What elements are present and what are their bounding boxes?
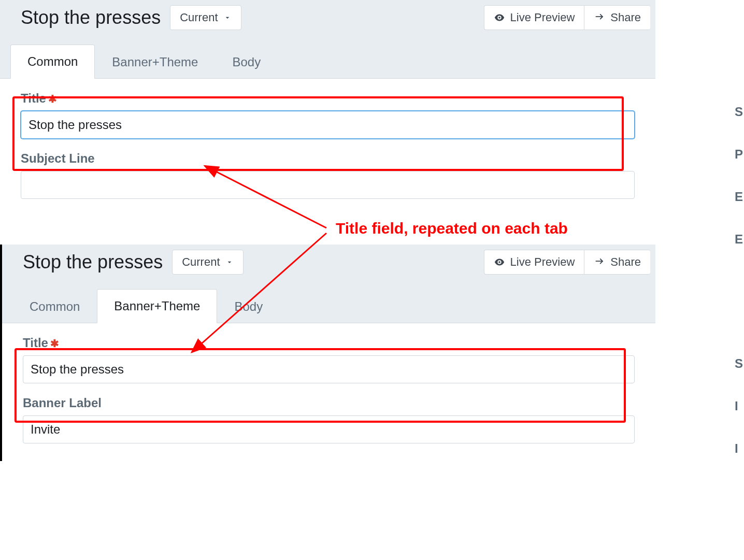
sidebar-clipped-bottom: S I I (735, 353, 744, 456)
share-icon (594, 256, 605, 268)
sidebar-letter: E (735, 190, 744, 204)
chevron-down-icon (223, 13, 232, 22)
title-label-text: Title (21, 91, 46, 105)
required-asterisk-icon: ✱ (48, 93, 57, 105)
annotation-callout: Title field, repeated on each tab (336, 220, 568, 237)
chevron-down-icon (225, 258, 234, 266)
sidebar-clipped-top: S P E E (735, 102, 744, 247)
tab-body-bottom[interactable]: Body (217, 290, 280, 323)
panel-top: Stop the presses Current Live Preview Sh… (0, 0, 655, 217)
title-input-top[interactable] (21, 111, 635, 139)
subject-line-input[interactable] (21, 171, 635, 199)
sidebar-letter: S (735, 105, 744, 119)
version-dropdown-label: Current (180, 11, 218, 24)
live-preview-button-bottom[interactable]: Live Preview (484, 250, 584, 275)
share-button-bottom[interactable]: Share (584, 250, 650, 275)
panel-bottom: Stop the presses Current Live Preview Sh… (0, 245, 655, 461)
eye-icon (494, 12, 505, 23)
sidebar-letter: I (735, 399, 744, 413)
title-label-text: Title (23, 336, 48, 350)
title-input-bottom[interactable] (23, 355, 635, 383)
eye-icon (494, 256, 505, 268)
live-preview-label: Live Preview (510, 255, 575, 269)
live-preview-button-top[interactable]: Live Preview (484, 5, 584, 30)
sidebar-letter: S (735, 356, 744, 371)
header-region-top: Stop the presses Current Live Preview Sh… (0, 0, 655, 79)
title-label-top: Title✱ (21, 91, 635, 106)
sidebar-letter: P (735, 147, 744, 162)
banner-label-input[interactable] (23, 415, 635, 443)
page-title-bottom: Stop the presses (23, 251, 163, 273)
tab-banner-bottom[interactable]: Banner+Theme (97, 289, 217, 323)
header-region-bottom: Stop the presses Current Live Preview Sh… (2, 245, 655, 323)
share-label: Share (610, 255, 641, 269)
page-title-top: Stop the presses (21, 7, 161, 28)
form-area-top: Title✱ Subject Line (0, 79, 655, 217)
tab-body-top[interactable]: Body (215, 45, 278, 79)
sidebar-letter: I (735, 441, 744, 456)
subject-line-label: Subject Line (21, 151, 635, 166)
required-asterisk-icon: ✱ (50, 338, 59, 349)
version-dropdown-top[interactable]: Current (170, 5, 241, 30)
sidebar-letter: E (735, 232, 744, 247)
title-label-bottom: Title✱ (23, 336, 635, 350)
live-preview-label: Live Preview (510, 11, 575, 24)
tab-common-top[interactable]: Common (10, 45, 95, 79)
share-label: Share (610, 11, 641, 24)
tab-common-bottom[interactable]: Common (12, 290, 97, 323)
tab-banner-top[interactable]: Banner+Theme (95, 45, 215, 79)
share-icon (594, 12, 605, 23)
banner-label-label: Banner Label (23, 396, 635, 410)
version-dropdown-bottom[interactable]: Current (172, 250, 243, 275)
share-button-top[interactable]: Share (584, 5, 650, 30)
version-dropdown-label: Current (182, 255, 220, 269)
form-area-bottom: Title✱ Banner Label (2, 323, 655, 461)
